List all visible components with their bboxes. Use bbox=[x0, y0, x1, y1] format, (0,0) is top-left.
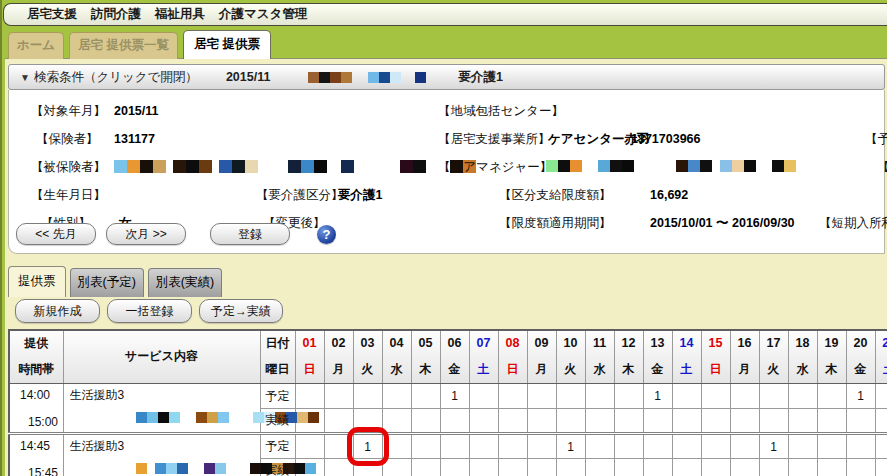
actual-cell-day-10[interactable] bbox=[556, 409, 585, 434]
actual-cell-day-07[interactable] bbox=[469, 459, 498, 476]
plan-cell-day-19[interactable] bbox=[817, 434, 846, 459]
time-slot-cell[interactable]: 14:4515:45 bbox=[9, 434, 63, 476]
plan-cell-day-21[interactable] bbox=[875, 384, 887, 409]
actual-cell-day-09[interactable] bbox=[527, 459, 556, 476]
actual-cell-day-16[interactable] bbox=[730, 409, 759, 434]
actual-cell-day-02[interactable] bbox=[324, 459, 353, 476]
actual-cell-day-20[interactable] bbox=[846, 409, 875, 434]
prev-month-button[interactable]: << 先月 bbox=[16, 223, 96, 245]
actual-cell-day-02[interactable] bbox=[324, 409, 353, 434]
actual-cell-day-18[interactable] bbox=[788, 409, 817, 434]
menu-item[interactable]: 福祉用具 bbox=[155, 6, 205, 23]
plan-to-actual-button[interactable]: 予定→実績 bbox=[199, 299, 283, 323]
plan-cell-day-10[interactable]: 1 bbox=[556, 434, 585, 459]
plan-cell-day-10[interactable] bbox=[556, 384, 585, 409]
plan-cell-day-06[interactable]: 1 bbox=[440, 384, 469, 409]
actual-cell-day-19[interactable] bbox=[817, 459, 846, 476]
lower-tab[interactable]: 別表(実績) bbox=[148, 268, 222, 297]
plan-cell-day-12[interactable] bbox=[614, 434, 643, 459]
actual-cell-day-06[interactable] bbox=[440, 409, 469, 434]
next-month-button[interactable]: 次月 >> bbox=[106, 223, 186, 245]
actual-cell-day-21[interactable] bbox=[875, 459, 887, 476]
plan-cell-day-08[interactable] bbox=[498, 434, 527, 459]
actual-cell-day-13[interactable] bbox=[643, 459, 672, 476]
plan-cell-day-05[interactable] bbox=[411, 384, 440, 409]
plan-cell-day-03[interactable]: 1 bbox=[353, 434, 382, 459]
plan-cell-day-20[interactable] bbox=[846, 434, 875, 459]
plan-cell-day-18[interactable] bbox=[788, 434, 817, 459]
plan-cell-day-07[interactable] bbox=[469, 434, 498, 459]
actual-cell-day-09[interactable] bbox=[527, 409, 556, 434]
plan-cell-day-15[interactable] bbox=[701, 384, 730, 409]
plan-cell-day-14[interactable] bbox=[672, 434, 701, 459]
plan-cell-day-01[interactable] bbox=[295, 434, 324, 459]
actual-cell-day-17[interactable] bbox=[759, 459, 788, 476]
actual-cell-day-19[interactable] bbox=[817, 409, 846, 434]
actual-cell-day-15[interactable] bbox=[701, 459, 730, 476]
actual-cell-day-11[interactable] bbox=[585, 409, 614, 434]
plan-cell-day-17[interactable]: 1 bbox=[759, 434, 788, 459]
menu-item[interactable]: 介護マスタ管理 bbox=[219, 6, 307, 23]
top-tab-active[interactable]: 居宅 提供票 bbox=[183, 30, 271, 59]
help-icon[interactable]: ? bbox=[317, 225, 336, 244]
plan-cell-day-14[interactable] bbox=[672, 384, 701, 409]
register-button[interactable]: 登録 bbox=[210, 223, 290, 245]
menu-item[interactable]: 居宅支援 bbox=[27, 6, 77, 23]
actual-cell-day-08[interactable] bbox=[498, 459, 527, 476]
plan-cell-day-21[interactable] bbox=[875, 434, 887, 459]
time-slot-cell[interactable]: 14:0015:00 bbox=[9, 384, 63, 434]
lower-tab[interactable]: 別表(予定) bbox=[70, 268, 144, 297]
service-content-cell[interactable]: 生活援助3 bbox=[63, 434, 260, 476]
actual-cell-day-11[interactable] bbox=[585, 459, 614, 476]
plan-cell-day-06[interactable] bbox=[440, 434, 469, 459]
plan-cell-day-08[interactable] bbox=[498, 384, 527, 409]
actual-cell-day-20[interactable] bbox=[846, 459, 875, 476]
top-tab[interactable]: ホーム bbox=[8, 32, 64, 59]
actual-cell-day-12[interactable] bbox=[614, 459, 643, 476]
search-conditions-bar[interactable]: ▼ 検索条件（クリックで開閉） 2015/11 要介護1 bbox=[8, 64, 885, 90]
actual-cell-day-06[interactable] bbox=[440, 459, 469, 476]
actual-cell-day-14[interactable] bbox=[672, 459, 701, 476]
plan-cell-day-01[interactable] bbox=[295, 384, 324, 409]
service-content-cell[interactable]: 生活援助3 bbox=[63, 384, 260, 434]
plan-cell-day-16[interactable] bbox=[730, 384, 759, 409]
plan-cell-day-07[interactable] bbox=[469, 384, 498, 409]
plan-cell-day-09[interactable] bbox=[527, 384, 556, 409]
actual-cell-day-07[interactable] bbox=[469, 409, 498, 434]
new-button[interactable]: 新規作成 bbox=[15, 299, 100, 323]
actual-cell-day-05[interactable] bbox=[411, 409, 440, 434]
top-tab[interactable]: 居宅 提供票一覧 bbox=[69, 32, 178, 59]
plan-cell-day-04[interactable] bbox=[382, 434, 411, 459]
actual-cell-day-04[interactable] bbox=[382, 409, 411, 434]
actual-cell-day-17[interactable] bbox=[759, 409, 788, 434]
plan-cell-day-16[interactable] bbox=[730, 434, 759, 459]
actual-cell-day-15[interactable] bbox=[701, 409, 730, 434]
plan-cell-day-05[interactable] bbox=[411, 434, 440, 459]
actual-cell-day-10[interactable] bbox=[556, 459, 585, 476]
actual-cell-day-18[interactable] bbox=[788, 459, 817, 476]
actual-cell-day-12[interactable] bbox=[614, 409, 643, 434]
plan-cell-day-02[interactable] bbox=[324, 384, 353, 409]
plan-cell-day-13[interactable] bbox=[643, 434, 672, 459]
plan-cell-day-20[interactable]: 1 bbox=[846, 384, 875, 409]
plan-cell-day-18[interactable] bbox=[788, 384, 817, 409]
actual-cell-day-13[interactable] bbox=[643, 409, 672, 434]
actual-cell-day-21[interactable] bbox=[875, 409, 887, 434]
plan-cell-day-02[interactable] bbox=[324, 434, 353, 459]
actual-cell-day-05[interactable] bbox=[411, 459, 440, 476]
bulk-register-button[interactable]: 一括登録 bbox=[107, 299, 192, 323]
plan-cell-day-13[interactable]: 1 bbox=[643, 384, 672, 409]
plan-cell-day-09[interactable] bbox=[527, 434, 556, 459]
menu-item[interactable]: 訪問介護 bbox=[91, 6, 141, 23]
plan-cell-day-19[interactable] bbox=[817, 384, 846, 409]
plan-cell-day-12[interactable] bbox=[614, 384, 643, 409]
actual-cell-day-14[interactable] bbox=[672, 409, 701, 434]
lower-tab-active[interactable]: 提供票 bbox=[8, 266, 66, 297]
plan-cell-day-11[interactable] bbox=[585, 384, 614, 409]
plan-cell-day-11[interactable] bbox=[585, 434, 614, 459]
plan-cell-day-04[interactable] bbox=[382, 384, 411, 409]
plan-cell-day-03[interactable] bbox=[353, 384, 382, 409]
actual-cell-day-08[interactable] bbox=[498, 409, 527, 434]
plan-cell-day-17[interactable] bbox=[759, 384, 788, 409]
actual-cell-day-16[interactable] bbox=[730, 459, 759, 476]
